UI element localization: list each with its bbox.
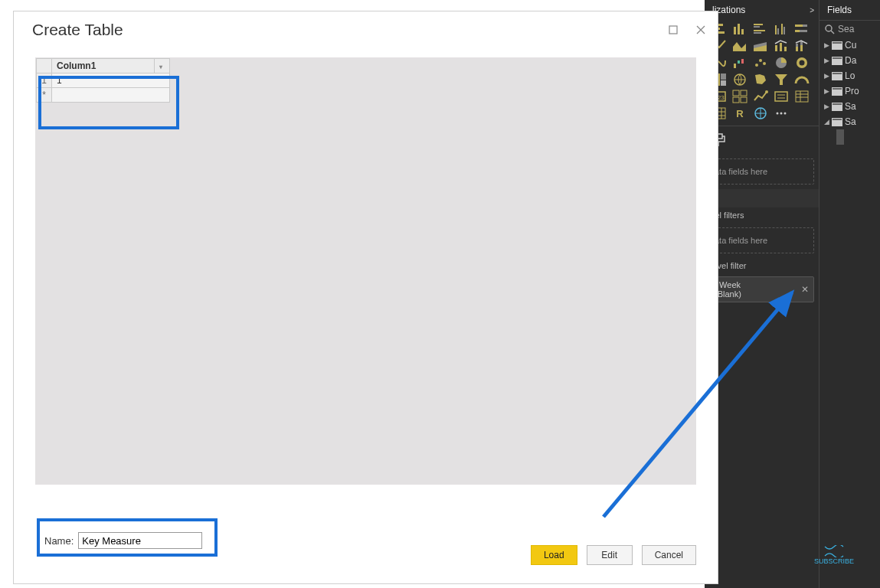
table-corner-cell <box>37 59 52 74</box>
waterfall-icon[interactable] <box>730 55 749 70</box>
svg-rect-7 <box>754 26 760 28</box>
svg-rect-72 <box>833 88 842 90</box>
svg-rect-77 <box>669 26 677 34</box>
search-placeholder: Sea <box>838 24 854 34</box>
filters-drop-zone[interactable]: ata fields here <box>709 227 814 253</box>
kpi-icon[interactable] <box>751 89 770 104</box>
fields-header[interactable]: Fields <box>819 0 880 20</box>
svg-rect-12 <box>781 24 783 34</box>
field-column-item[interactable] <box>819 137 880 145</box>
svg-rect-20 <box>784 47 787 51</box>
close-button[interactable] <box>690 22 712 38</box>
funnel-icon[interactable] <box>771 72 790 87</box>
filled-map-icon[interactable] <box>751 72 770 87</box>
svg-rect-6 <box>754 24 763 25</box>
new-row-marker: * <box>37 88 52 103</box>
svg-rect-68 <box>833 57 842 59</box>
create-table-dialog: Create Table Column1 ▾ 1 1 <box>13 11 718 584</box>
svg-rect-11 <box>777 28 779 34</box>
search-icon <box>824 24 835 34</box>
scatter-icon[interactable] <box>751 55 770 70</box>
field-table-item[interactable]: ▶ Da <box>819 53 880 68</box>
svg-point-63 <box>826 25 832 31</box>
combo-stacked-icon[interactable] <box>792 38 811 54</box>
dna-icon <box>823 545 845 557</box>
filters-section-header: s <box>705 189 819 207</box>
svg-rect-8 <box>754 30 765 31</box>
name-row: Name: <box>44 532 202 549</box>
field-table-label: Sa <box>845 101 856 112</box>
svg-point-30 <box>763 62 766 65</box>
dialog-buttons: Load Edit Cancel <box>531 545 696 565</box>
svg-rect-10 <box>775 25 777 34</box>
cancel-button[interactable]: Cancel <box>642 545 696 565</box>
multi-card-icon[interactable] <box>730 89 749 104</box>
hundred-stacked-bar-icon[interactable] <box>792 21 811 37</box>
field-table-item[interactable]: ▶ Cu <box>819 38 880 53</box>
format-toolbar <box>705 126 819 154</box>
svg-point-60 <box>780 113 782 115</box>
table-icon[interactable] <box>792 89 811 104</box>
chevron-down-icon: ▾ <box>159 64 162 70</box>
load-button[interactable]: Load <box>531 545 577 565</box>
edit-button[interactable]: Edit <box>587 545 633 565</box>
filter-chip[interactable]: f Week (Blank) ✕ <box>709 276 814 302</box>
column-dropdown[interactable]: ▾ <box>155 59 170 74</box>
clustered-bar-icon[interactable] <box>751 21 770 37</box>
subscribe-label: SUBSCRIBE <box>814 557 854 565</box>
svg-rect-3 <box>734 27 736 34</box>
visualizations-header[interactable]: lizations > <box>705 0 819 20</box>
svg-rect-43 <box>741 97 747 103</box>
values-drop-zone[interactable]: ata fields here <box>709 158 814 185</box>
window-controls <box>662 22 712 38</box>
svg-text:R: R <box>736 108 744 119</box>
pie-chart-icon[interactable] <box>771 55 790 70</box>
stacked-area-icon[interactable] <box>751 38 770 54</box>
combo-chart-icon[interactable] <box>771 38 790 54</box>
gauge-icon[interactable] <box>792 72 811 87</box>
maximize-button[interactable] <box>662 22 684 38</box>
svg-rect-13 <box>783 27 785 34</box>
field-table-item[interactable]: ▶ Pro <box>819 83 880 99</box>
field-table-item[interactable]: ▶ Sa <box>819 99 880 114</box>
column-header[interactable]: Column1 <box>52 59 155 74</box>
field-table-label: Pro <box>845 86 859 96</box>
visual-level-filters-label: vel filters <box>705 207 819 223</box>
map-icon[interactable] <box>730 72 749 87</box>
fields-search[interactable]: Sea <box>819 20 880 38</box>
svg-rect-42 <box>733 97 739 103</box>
area-chart-icon[interactable] <box>730 38 749 54</box>
svg-point-61 <box>783 113 786 115</box>
field-column-item[interactable] <box>819 129 880 137</box>
fields-panel: Fields Sea ▶ Cu ▶ Da ▶ Lo ▶ Pro <box>819 0 880 588</box>
svg-rect-41 <box>741 90 747 96</box>
table-cell[interactable]: 1 <box>52 74 170 88</box>
field-table-item[interactable]: ▶ Lo <box>819 68 880 83</box>
stacked-column-icon[interactable] <box>730 21 749 37</box>
slicer-icon[interactable] <box>771 89 790 104</box>
side-panels: lizations > <box>705 0 880 588</box>
svg-rect-19 <box>780 43 782 51</box>
table-icon <box>832 72 842 80</box>
svg-rect-76 <box>833 119 842 120</box>
clustered-column-icon[interactable] <box>771 21 790 37</box>
name-label: Name: <box>44 535 74 547</box>
chevron-right-icon: ▶ <box>824 72 832 80</box>
field-table-item[interactable]: ◢ Sa <box>819 114 880 129</box>
visualizations-panel: lizations > <box>705 0 819 588</box>
donut-chart-icon[interactable] <box>792 55 811 70</box>
close-icon[interactable]: ✕ <box>801 284 809 295</box>
page-level-filters-label: level filter <box>705 258 819 273</box>
r-visual-icon[interactable]: R <box>730 106 749 121</box>
svg-point-29 <box>759 59 762 62</box>
svg-rect-66 <box>833 42 842 44</box>
chevron-down-icon: ◢ <box>824 118 832 126</box>
arcgis-icon[interactable] <box>751 106 770 121</box>
svg-rect-22 <box>796 47 798 51</box>
table-icon <box>832 57 842 65</box>
table-preview-area: Column1 ▾ 1 1 * <box>35 57 696 485</box>
table-cell-empty[interactable] <box>52 88 170 103</box>
svg-rect-35 <box>721 74 726 80</box>
more-visuals-icon[interactable] <box>771 106 790 121</box>
name-input[interactable] <box>78 532 202 549</box>
